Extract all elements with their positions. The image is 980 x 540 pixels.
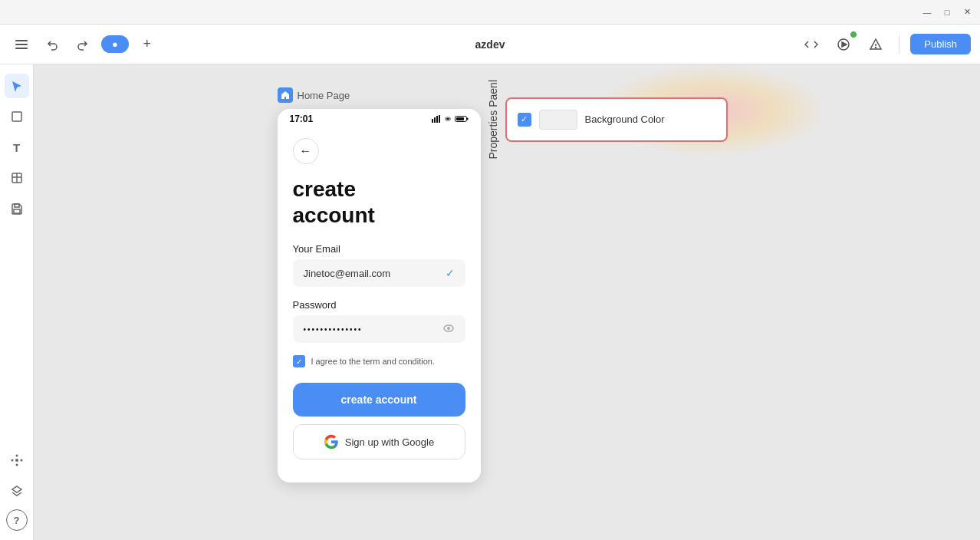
svg-rect-7: [12, 112, 21, 121]
svg-point-6: [876, 47, 876, 48]
breadcrumb: Home Page: [278, 87, 481, 103]
svg-point-13: [15, 459, 18, 462]
phone-status-bar: 17:01: [278, 109, 481, 129]
redo-btn[interactable]: [71, 32, 95, 57]
svg-point-23: [447, 118, 449, 120]
bg-color-swatch[interactable]: [539, 110, 577, 130]
email-input[interactable]: Jinetoc@email.com ✓: [293, 259, 465, 287]
terms-checkbox[interactable]: ✓: [293, 355, 305, 367]
close-btn[interactable]: ✕: [960, 5, 974, 19]
sidebar-item-save[interactable]: [5, 196, 29, 221]
bg-color-checkbox[interactable]: ✓: [518, 113, 531, 127]
svg-rect-1: [15, 44, 28, 45]
phone-frame: 17:01 ← create account Your Email: [278, 109, 481, 482]
svg-rect-12: [14, 209, 20, 213]
terms-text: I agree to the term and condition.: [311, 357, 435, 366]
properties-panel-side-label: Properties Paenl: [481, 80, 505, 160]
svg-point-16: [11, 459, 13, 462]
minimize-btn[interactable]: —: [920, 5, 934, 19]
create-account-btn[interactable]: create account: [293, 383, 465, 417]
properties-panel: ✓ Background Color: [505, 97, 728, 142]
add-btn[interactable]: +: [135, 32, 159, 57]
google-signin-btn[interactable]: Sign up with Google: [293, 424, 465, 459]
svg-rect-2: [15, 48, 28, 49]
svg-point-28: [447, 327, 450, 330]
svg-marker-4: [842, 42, 847, 47]
svg-rect-25: [467, 118, 469, 120]
bg-color-row: ✓ Background Color: [518, 110, 715, 130]
main-area: T ? Home Page: [0, 64, 980, 540]
terms-row: ✓ I agree to the term and condition.: [293, 355, 465, 367]
svg-rect-0: [15, 40, 28, 41]
publish-btn[interactable]: Publish: [910, 34, 971, 54]
svg-rect-19: [432, 119, 433, 123]
page-title: create account: [293, 176, 465, 228]
maximize-btn[interactable]: □: [940, 5, 954, 19]
svg-point-17: [20, 459, 22, 462]
toolbar-divider: [899, 35, 899, 54]
hamburger-menu-btn[interactable]: [9, 32, 34, 57]
svg-point-14: [15, 455, 18, 457]
alert-btn[interactable]: [863, 32, 888, 57]
svg-marker-18: [12, 486, 21, 492]
password-input[interactable]: ••••••••••••••: [293, 315, 465, 343]
sidebar-item-help[interactable]: ?: [6, 509, 28, 531]
email-value: Jinetoc@email.com: [304, 268, 391, 279]
google-logo-icon: [324, 434, 339, 449]
code-btn[interactable]: [799, 32, 824, 57]
left-sidebar: T ?: [0, 64, 34, 540]
breadcrumb-home-icon: [278, 87, 293, 103]
sidebar-item-text[interactable]: T: [5, 135, 29, 160]
email-label: Your Email: [293, 243, 465, 255]
undo-btn[interactable]: [40, 32, 64, 57]
toolbar-right: Publish: [799, 32, 971, 57]
play-btn[interactable]: [831, 32, 856, 57]
phone-container: Home Page 17:01 ← create: [278, 87, 481, 482]
sidebar-item-effects[interactable]: [5, 448, 29, 472]
svg-rect-11: [15, 204, 19, 207]
properties-panel-content: ✓ Background Color: [507, 99, 726, 140]
svg-rect-22: [439, 115, 440, 123]
sidebar-item-table[interactable]: [5, 166, 29, 190]
titlebar: — □ ✕: [0, 0, 980, 25]
svg-point-15: [15, 464, 18, 466]
svg-rect-21: [436, 116, 438, 123]
google-btn-label: Sign up with Google: [345, 436, 434, 448]
status-icons: [432, 115, 469, 123]
svg-rect-20: [434, 117, 436, 123]
breadcrumb-label: Home Page: [298, 90, 350, 101]
svg-rect-26: [456, 117, 464, 120]
password-label: Password: [293, 299, 465, 311]
toolbar-left: ● +: [9, 32, 159, 57]
toolbar: ● + azdev Publish: [0, 25, 980, 64]
back-button[interactable]: ←: [293, 138, 319, 164]
eye-icon[interactable]: [442, 323, 455, 335]
canvas-area: Home Page 17:01 ← create: [34, 64, 980, 540]
bg-color-label: Background Color: [585, 114, 665, 125]
password-dots: ••••••••••••••: [304, 325, 363, 334]
sidebar-item-cursor[interactable]: [5, 74, 29, 98]
phone-content: ← create account Your Email Jinetoc@emai…: [278, 129, 481, 482]
phone-time: 17:01: [290, 114, 314, 124]
properties-panel-wrapper: Properties Paenl ✓ Background Color: [481, 80, 737, 160]
sidebar-item-rectangle[interactable]: [5, 104, 29, 129]
app-name: azdev: [475, 38, 505, 51]
email-check-icon: ✓: [446, 267, 455, 279]
view-toggle-btn[interactable]: ●: [101, 35, 129, 53]
sidebar-item-layers[interactable]: [5, 479, 29, 503]
